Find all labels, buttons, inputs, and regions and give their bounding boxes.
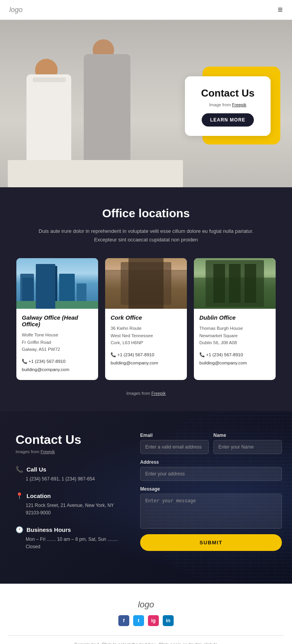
freepik-link[interactable]: Freepik <box>232 102 246 107</box>
footer-sample-text: Sample text. Click to select the text bo… <box>8 641 284 644</box>
email-input[interactable] <box>140 440 209 454</box>
contact-form-panel: Email Name Address Message SUBMIT <box>140 433 282 560</box>
submit-button[interactable]: SUBMIT <box>140 534 282 551</box>
business-hours-value: Mon – Fri ....... 10 am – 8 pm, Sat, Sun… <box>16 536 125 551</box>
office-cards-container: Galway Office (Head Office) Wolfe Tone H… <box>12 258 280 380</box>
form-row-email-name: Email Name <box>140 433 282 454</box>
site-header: logo ≡ <box>0 0 292 20</box>
form-group-address: Address <box>140 459 282 481</box>
address-input[interactable] <box>140 467 282 481</box>
office-address-galway: Wolfe Tone House Fr Griffin Road Galway,… <box>22 331 93 353</box>
site-footer: logo f t ig in Sample text. Click to sel… <box>0 584 292 644</box>
facebook-icon[interactable]: f <box>118 615 129 626</box>
office-image-cork <box>105 258 187 309</box>
hero-contact-card: Contact Us Image from Freepik LEARN MORE <box>185 76 271 136</box>
office-card-cork: Cork Office 36 Kiehn Route West Ned Tenn… <box>105 258 187 380</box>
office-card-body-galway: Galway Office (Head Office) Wolfe Tone H… <box>16 309 98 380</box>
linkedin-icon[interactable]: in <box>163 615 174 626</box>
office-card-body-cork: Cork Office 36 Kiehn Route West Ned Tenn… <box>105 309 187 373</box>
office-card-body-dublin: Dublin Office Thomas Burgh House Newmark… <box>194 309 276 373</box>
contact-images-credit: Images from Freepik <box>16 449 125 454</box>
office-email-cork: building@company.com <box>111 359 181 367</box>
name-label: Name <box>213 433 282 438</box>
office-phone-cork: 📞 +1 (234) 567-8910 <box>111 351 181 359</box>
office-address-cork: 36 Kiehn Route West Ned Tennessee Cork, … <box>111 325 181 346</box>
menu-icon[interactable]: ≡ <box>278 5 283 15</box>
hero-section: Contact Us Image from Freepik LEARN MORE <box>0 20 292 187</box>
contact-business-hours: 🕐 Business Hours Mon – Fri ....... 10 am… <box>16 526 125 551</box>
message-textarea[interactable] <box>140 494 282 529</box>
form-group-name: Name <box>213 433 282 454</box>
clock-icon: 🕐 <box>16 526 23 533</box>
phone-icon: 📞 <box>16 466 23 473</box>
email-label: Email <box>140 433 209 438</box>
twitter-icon[interactable]: t <box>133 615 144 626</box>
footer-divider <box>8 635 284 636</box>
office-phone-dublin: 📞 +1 (234) 567-8910 <box>199 351 270 359</box>
contact-location: 📍 Location 121 Rock Sreet, 21 Avenue, Ne… <box>16 492 125 517</box>
message-label: Message <box>140 486 282 492</box>
office-phone-galway: 📞 +1 (234) 567-8910 <box>22 357 93 366</box>
contact-call-us: 📞 Call Us 1 (234) 567-891, 1 (234) 987-6… <box>16 466 125 483</box>
address-label: Address <box>140 459 282 465</box>
location-value: 121 Rock Sreet, 21 Avenue, New York, NY … <box>16 502 125 517</box>
call-us-title: Call Us <box>26 466 46 473</box>
call-us-value: 1 (234) 567-891, 1 (234) 987-654 <box>16 475 125 483</box>
form-group-message: Message <box>140 486 282 529</box>
hero-card-credit: Image from Freepik <box>193 102 262 107</box>
contact-title: Contact Us <box>16 433 125 447</box>
office-name-cork: Cork Office <box>111 314 181 321</box>
office-section: Office locations Duis aute irure dolor i… <box>0 187 292 411</box>
office-section-desc: Duis aute irure dolor in reprehenderit i… <box>33 227 259 244</box>
contact-section: Contact Us Images from Freepik 📞 Call Us… <box>0 411 292 584</box>
logo: logo <box>9 6 23 14</box>
office-address-dublin: Thomas Burgh House Newmarket Square Dubl… <box>199 325 270 346</box>
instagram-icon[interactable]: ig <box>148 615 159 626</box>
office-section-title: Office locations <box>12 207 280 220</box>
business-hours-title: Business Hours <box>26 526 71 533</box>
office-image-galway <box>16 258 98 309</box>
office-email-galway: building@company.com <box>22 366 93 374</box>
form-group-email: Email <box>140 433 209 454</box>
office-email-dublin: building@company.com <box>199 359 270 367</box>
contact-info-panel: Contact Us Images from Freepik 📞 Call Us… <box>16 433 125 560</box>
office-name-galway: Galway Office (Head Office) <box>22 314 93 327</box>
office-card-dublin: Dublin Office Thomas Burgh House Newmark… <box>194 258 276 380</box>
hero-card-title: Contact Us <box>193 87 262 99</box>
office-card-galway: Galway Office (Head Office) Wolfe Tone H… <box>16 258 98 380</box>
office-freepik-link[interactable]: Freepik <box>151 391 166 396</box>
footer-logo: logo <box>8 600 284 610</box>
learn-more-button[interactable]: LEARN MORE <box>202 113 254 127</box>
office-images-credit: Images from Freepik <box>12 391 280 396</box>
location-title: Location <box>26 493 51 499</box>
name-input[interactable] <box>213 440 282 454</box>
social-icons-container: f t ig in <box>8 615 284 626</box>
office-name-dublin: Dublin Office <box>199 314 270 321</box>
contact-freepik-link[interactable]: Freepik <box>40 449 55 454</box>
location-icon: 📍 <box>16 492 23 500</box>
office-image-dublin <box>194 258 276 309</box>
